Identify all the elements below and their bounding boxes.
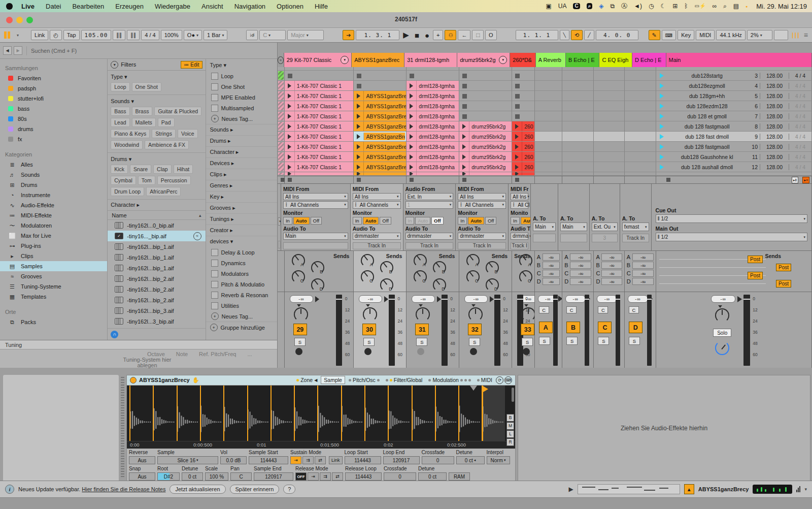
clip-slot[interactable]	[512, 91, 535, 101]
solo-button[interactable]: S	[416, 338, 427, 346]
menu-item-live[interactable]: Live	[16, 3, 40, 10]
clip-launch-button[interactable]	[285, 152, 295, 162]
output-type-chooser[interactable]: drmma▾	[511, 233, 528, 240]
send-amount-field[interactable]: -∞	[543, 253, 560, 261]
sidebar-item-80s[interactable]: 80s	[0, 114, 107, 124]
stop-clip-button[interactable]	[515, 178, 519, 182]
sidebar-item-alles[interactable]: ≣Alles	[0, 160, 107, 170]
slice-marker[interactable]	[247, 386, 248, 443]
input-channel-chooser[interactable]: ⠇ All Channels▾	[283, 201, 348, 208]
clip-slot[interactable]	[459, 91, 512, 101]
triangle-badge[interactable]: ▲	[684, 484, 694, 494]
clip-launch-button[interactable]	[285, 132, 295, 141]
tag-section-key[interactable]: Key ▸	[206, 191, 277, 202]
send-knob-a[interactable]: A	[292, 254, 305, 267]
clip-launch-button[interactable]	[354, 101, 364, 111]
clip-stop-button[interactable]	[410, 74, 414, 78]
recorder-app-icon[interactable]: C	[573, 3, 580, 9]
similar-search-icon[interactable]: ≈	[193, 232, 201, 240]
send-amount-field[interactable]: -∞	[570, 253, 591, 261]
filter-chip-one-shot[interactable]: One Shot	[132, 82, 161, 91]
track-header-260-d-[interactable]: 260*D&	[510, 53, 535, 67]
play-button[interactable]: ▶	[401, 30, 411, 40]
tag-section-character[interactable]: Character ▸	[206, 146, 277, 157]
clip-launch-button[interactable]	[285, 172, 295, 175]
solo-button[interactable]: S	[294, 338, 306, 346]
clip[interactable]: drumz95brk2g	[459, 142, 512, 151]
clip[interactable]: ABYSS1ganzBre	[354, 142, 406, 151]
clip-launch-button[interactable]	[354, 172, 364, 175]
sidebar-item-drums[interactable]: ⊞Drums	[0, 180, 107, 190]
scene-tempo[interactable]: 128.00	[760, 73, 789, 79]
scene-time-signature[interactable]: 4 / 4	[789, 103, 811, 109]
sidebar-item-sounds[interactable]: ♬Sounds	[0, 170, 107, 180]
track-fold-icon[interactable]: ▾	[499, 56, 507, 64]
clip-stop-button[interactable]	[515, 104, 520, 109]
pan-knob[interactable]	[468, 307, 483, 322]
clip-slot[interactable]: 260	[512, 132, 535, 142]
ua-status-item[interactable]: UA	[558, 3, 567, 9]
filter-group-label[interactable]: Type ▾	[111, 72, 202, 82]
partial-io-chooser[interactable]: ▾	[278, 217, 280, 226]
solo-button[interactable]: S	[629, 337, 640, 345]
add-tag-row[interactable]: +Neues Tag...	[206, 113, 277, 124]
filter-chip-clap[interactable]: Clap	[153, 165, 172, 174]
clip-launch-button[interactable]	[407, 142, 417, 151]
sidebar-item-bass[interactable]: bass	[0, 104, 107, 114]
clip-launch-button[interactable]	[512, 132, 522, 141]
sidebar-item-drums[interactable]: drums	[0, 124, 107, 134]
sidebar-item-padsph[interactable]: padsph	[0, 83, 107, 93]
slice-marker[interactable]	[317, 386, 318, 443]
slice-marker[interactable]	[153, 386, 154, 443]
send-knob-c[interactable]: C	[361, 270, 374, 283]
clip-slot[interactable]	[285, 172, 354, 176]
scene-slot[interactable]	[656, 172, 812, 176]
clip-launch-button[interactable]	[354, 152, 364, 162]
input-source-icon[interactable]: ⊞	[672, 3, 678, 9]
clip[interactable]: drml128-tgmha	[407, 142, 459, 151]
main-out-chooser[interactable]: ‖ 1/2▾	[656, 233, 807, 241]
filter-chip-strings[interactable]: Strings	[152, 129, 176, 138]
clip-stop-button[interactable]	[462, 94, 467, 99]
filter-chip-cymbal[interactable]: Cymbal	[111, 176, 136, 185]
track-header-drumz95brk2g[interactable]: drumz95brk2g▾	[457, 53, 510, 67]
clip-stop-button[interactable]	[462, 74, 467, 78]
scene-tempo[interactable]: 128.00	[760, 154, 789, 160]
clip-slot[interactable]	[459, 71, 512, 81]
scene-tempo[interactable]: 128.00	[760, 113, 789, 119]
send-knob-b[interactable]: B	[380, 261, 393, 274]
tab-pitch-osc[interactable]: Pitch/Osc	[346, 376, 382, 384]
loop-length-field[interactable]: 4. 0. 0	[596, 30, 638, 40]
tab-filter-global[interactable]: Filter/Global	[383, 376, 425, 384]
return-pan-field[interactable]: C	[629, 306, 639, 313]
filter-group-label[interactable]: Drums ▾	[111, 154, 202, 165]
clip-slot[interactable]	[354, 71, 407, 81]
clip-stop-button[interactable]	[462, 104, 467, 109]
output-channel-box[interactable]: Track In	[458, 242, 506, 249]
clip-slot[interactable]: drumz95brk2g	[459, 162, 512, 172]
clip-stop-button[interactable]	[515, 74, 520, 78]
send-amount-field[interactable]: -∞	[632, 278, 654, 285]
tag-checkbox[interactable]	[211, 270, 218, 277]
clip[interactable]: 1-Kit-707 Classic 1	[285, 152, 354, 162]
help-button[interactable]: ?	[283, 485, 295, 494]
input-type-chooser[interactable]: All Ins▾	[511, 193, 528, 200]
computer-midi-keyboard-button[interactable]: ⌨	[662, 30, 676, 40]
remind-later-button[interactable]: Später erinnern	[230, 485, 280, 494]
send-knob-c[interactable]: C	[414, 270, 427, 283]
tag-checkbox[interactable]	[211, 292, 218, 299]
send-knob-a[interactable]: A	[361, 254, 374, 267]
clip-stop-button[interactable]	[462, 114, 467, 119]
clip-slot[interactable]: 1-Kit-707 Classic 1	[285, 91, 354, 101]
clip-launch-button[interactable]	[459, 121, 469, 131]
clip-slot[interactable]: 1-Kit-707 Classic 1	[285, 111, 354, 121]
scene-slot[interactable]: dub 128 et gmoll7128.004 / 4	[656, 111, 812, 121]
send-knob-c[interactable]: C	[466, 270, 480, 283]
sidebar-item-packs[interactable]: ⧉Packs	[0, 317, 107, 327]
clip-launch-button[interactable]	[285, 142, 295, 151]
clip[interactable]: 260	[512, 162, 534, 172]
record-quantization-menu[interactable]: 1 Bar▾	[204, 30, 227, 40]
mode-button[interactable]: ⇥	[308, 472, 319, 481]
return-pan-field[interactable]: C	[598, 306, 608, 313]
tab-modulation[interactable]: Modulation	[426, 376, 473, 384]
